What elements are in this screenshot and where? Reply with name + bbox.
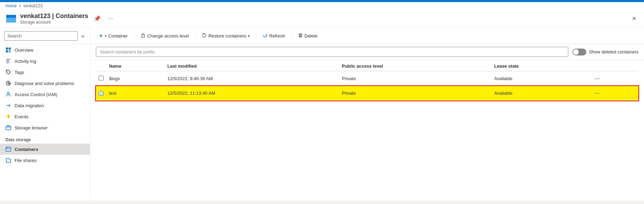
svg-rect-6 [6,62,10,62]
delete-icon [298,33,303,39]
access-control-icon [6,92,11,97]
refresh-icon [263,33,267,39]
sidebar-item-file-shares[interactable]: File shares [0,155,90,166]
sidebar-item-containers[interactable]: Containers [0,144,90,155]
svg-rect-13 [7,148,8,148]
toggle-container: Show deleted containers [572,49,638,56]
refresh-button[interactable]: Refresh [259,31,289,41]
change-access-button[interactable]: Change access level [137,31,192,41]
section-label-data-storage: Data storage [0,133,90,144]
col-last-modified: Last modified [165,60,339,71]
svg-point-8 [7,71,8,71]
row-1-checkbox[interactable]: ☐ [99,91,104,96]
events-icon [6,114,11,119]
svg-rect-12 [6,147,11,151]
delete-label: Delete [305,33,318,39]
row-0-public-access: Private [339,71,492,86]
pin-button[interactable]: 📌 [92,14,103,23]
svg-rect-5 [6,60,9,61]
breadcrumb-separator: > [19,3,21,8]
svg-rect-0 [6,48,8,50]
col-public-access: Public access level [339,60,492,71]
table-area: Name Last modified Public access level L… [90,60,644,201]
lock-icon [141,33,146,39]
svg-rect-7 [6,63,8,63]
table-row-selected[interactable]: ☐ test 12/5/2022, 11:13:40 AM Private Av… [96,86,638,101]
refresh-label: Refresh [269,33,285,39]
breadcrumb-home[interactable]: Home [6,3,17,8]
events-label: Events [15,114,28,119]
diagnose-label: Diagnose and solve problems [15,81,74,86]
toolbar-separator-2 [195,32,196,39]
add-icon: + [99,33,102,39]
sidebar-item-access-control[interactable]: Access Control (IAM) [0,89,90,100]
col-actions [590,60,638,71]
row-1-public-access: Private [339,86,492,101]
page-title: venkat123 | Containers [20,12,88,20]
toolbar-separator-4 [291,32,292,39]
sidebar: « Overview Activity log Tags [0,28,90,201]
change-access-label: Change access level [147,33,189,39]
overview-icon [6,47,11,53]
tags-icon [6,69,11,75]
breadcrumb: Home > venkat123 [0,2,644,10]
sidebar-item-overview[interactable]: Overview [0,44,90,56]
sidebar-item-tags[interactable]: Tags [0,67,90,78]
restore-dropdown-icon: ▾ [248,34,250,38]
row-0-more-button[interactable]: ··· [593,74,602,83]
sidebar-search-input[interactable] [4,31,78,41]
toggle-label: Show deleted containers [589,49,638,54]
sidebar-search-area: « [0,28,90,44]
row-0-checkbox[interactable] [99,76,104,80]
page-subtitle: Storage account [20,20,88,25]
header-left: venkat123 | Containers Storage account 📌… [6,12,115,25]
col-name: Name [106,60,165,71]
row-1-last-modified: 12/5/2022, 11:13:40 AM [165,86,339,101]
close-button[interactable]: ✕ [630,14,638,23]
add-container-button[interactable]: + + Container [96,31,131,41]
row-0-more: ··· [590,71,638,86]
more-button[interactable]: ··· [106,14,115,23]
storage-browser-icon [6,125,11,130]
row-1-more: ··· [590,86,638,101]
activity-log-label: Activity log [15,59,36,64]
svg-rect-3 [9,50,11,52]
row-1-lease-state: Available [492,86,590,101]
sidebar-nav: Overview Activity log Tags Diagnose and … [0,44,90,201]
containers-icon [6,146,11,152]
col-lease-state: Lease state [492,60,590,71]
col-select [96,60,106,71]
sidebar-item-events[interactable]: Events [0,111,90,122]
restore-label: Restore containers [208,33,246,39]
sidebar-item-activity-log[interactable]: Activity log [0,56,90,67]
row-1-name: test [106,86,165,101]
page-title-block: venkat123 | Containers Storage account [20,12,88,25]
collapse-button[interactable]: « [80,32,86,41]
storage-icon [6,13,17,24]
delete-button[interactable]: Delete [295,31,321,41]
restore-button[interactable]: Restore containers ▾ [198,31,253,41]
svg-rect-11 [6,126,11,130]
search-bar: Show deleted containers [90,44,644,60]
file-shares-icon [6,158,11,163]
sidebar-item-storage-browser[interactable]: Storage browser [0,122,90,133]
row-1-checkbox-cell: ☐ [96,86,106,101]
diagnose-icon [6,80,11,86]
tags-label: Tags [15,70,24,75]
row-1-more-button[interactable]: ··· [593,89,602,97]
containers-table: Name Last modified Public access level L… [96,60,638,101]
toolbar-separator-1 [134,32,134,39]
row-0-name: $logs [106,71,165,86]
show-deleted-toggle[interactable] [572,49,586,56]
main-layout: « Overview Activity log Tags [0,28,644,201]
content-area: + + Container Change access level Restor… [90,28,644,201]
sidebar-item-data-migration[interactable]: Data migration [0,100,90,111]
table-row[interactable]: $logs 12/5/2022, 9:46:39 AM Private Avai… [96,71,638,86]
data-migration-label: Data migration [15,103,44,108]
svg-rect-2 [6,50,8,52]
svg-rect-14 [142,35,145,37]
container-search-input[interactable] [96,47,568,57]
sidebar-item-diagnose[interactable]: Diagnose and solve problems [0,78,90,89]
row-0-checkbox-cell [96,71,106,86]
svg-rect-1 [9,48,11,50]
